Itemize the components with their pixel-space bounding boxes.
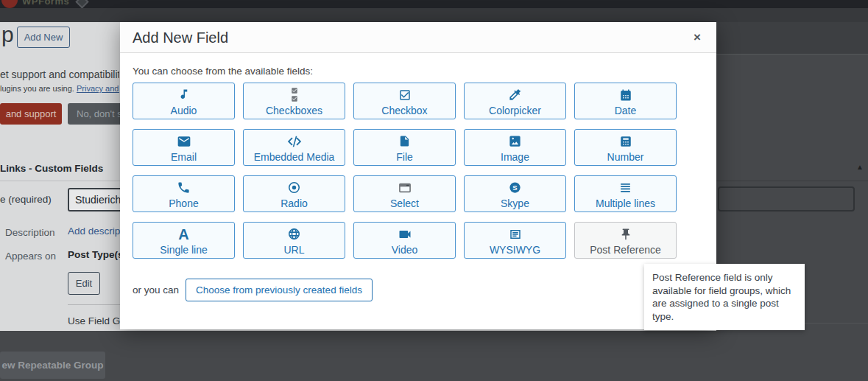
wysiwyg-icon: [509, 226, 522, 243]
wpforms-menu-item[interactable]: WPForms: [22, 0, 69, 7]
field-button-label: Number: [607, 151, 644, 163]
field-button-number[interactable]: Number: [574, 129, 677, 166]
field-button-label: Email: [171, 151, 197, 163]
modal-header: Add New Field ×: [120, 22, 716, 53]
field-button-checkboxes[interactable]: Checkboxes: [243, 83, 345, 119]
close-icon[interactable]: ×: [688, 29, 706, 46]
collapse-panel-icon[interactable]: ▲: [856, 163, 864, 171]
field-button-date[interactable]: Date: [574, 83, 677, 119]
field-button-label: Select: [390, 198, 419, 209]
or-you-can-text: or you can: [133, 284, 179, 296]
field-button-radio[interactable]: Radio: [243, 175, 345, 212]
field-button-multiple-lines[interactable]: Multiple lines: [574, 175, 677, 212]
field-button-phone[interactable]: Phone: [133, 175, 235, 212]
field-type-grid: Audio Checkboxes Checkbox Colorpi: [133, 83, 677, 259]
field-button-label: Audio: [171, 105, 197, 116]
field-button-embedded-media[interactable]: Embedded Media: [243, 129, 345, 166]
modal-title: Add New Field: [133, 29, 228, 46]
custom-fields-panel-title: Links - Custom Fields: [0, 163, 103, 174]
new-repeatable-group-button[interactable]: ew Repeatable Group: [0, 352, 105, 379]
radio-button-icon: [287, 179, 301, 197]
select-dropdown-icon: [398, 179, 412, 197]
field-button-colorpicker[interactable]: Colorpicker: [464, 83, 566, 119]
privacy-link[interactable]: Privacy and data: [77, 84, 119, 93]
field-button-single-line[interactable]: A Single line: [133, 222, 235, 259]
image-icon: [508, 133, 522, 150]
field-button-skype[interactable]: S Skype: [464, 175, 566, 212]
globe-icon: [287, 226, 301, 243]
field-button-label: Radio: [280, 198, 308, 209]
field-button-label: Post Reference: [590, 244, 661, 256]
field-button-video[interactable]: Video: [353, 222, 456, 259]
post-reference-tooltip: Post Reference field is only available f…: [644, 264, 805, 330]
field-button-label: Embedded Media: [254, 151, 335, 163]
notice-text-line1: et support and compatibility a: [0, 69, 119, 80]
notice-text-line2: lugins you are using. Privacy and data: [0, 84, 119, 93]
video-camera-icon: [398, 226, 412, 243]
modal-intro-text: You can choose from the available fields…: [133, 66, 313, 77]
field-button-label: Single line: [160, 244, 208, 256]
field-button-label: URL: [283, 244, 304, 256]
title-input-ghost: [718, 186, 855, 212]
description-label: Description: [5, 227, 55, 238]
letter-a-icon: A: [178, 226, 188, 243]
add-new-button[interactable]: Add New: [17, 27, 70, 48]
field-button-audio[interactable]: Audio: [133, 83, 235, 119]
field-button-label: Multiple lines: [596, 198, 655, 209]
music-note-icon: [177, 86, 191, 104]
checkboxes-icon: [291, 86, 298, 104]
field-button-url[interactable]: URL: [243, 222, 345, 259]
admin-bar-lower-strip: [0, 8, 868, 22]
field-button-wysiwyg[interactable]: WYSIWYG: [464, 222, 566, 259]
pushpin-icon: [619, 226, 632, 243]
calculator-icon: [619, 133, 632, 150]
notification-badge-icon: [1, 0, 18, 8]
field-button-label: Checkbox: [381, 105, 427, 116]
svg-text:S: S: [512, 183, 517, 192]
choose-existing-fields-button[interactable]: Choose from previously created fields: [186, 279, 373, 301]
appears-on-label: Appears on: [5, 251, 56, 262]
phone-handset-icon: [177, 179, 191, 197]
overlay-top-band: [716, 22, 868, 55]
eyedropper-icon: [508, 86, 522, 104]
calendar-icon: [619, 86, 632, 104]
code-icon: [286, 133, 303, 150]
field-button-label: Skype: [501, 198, 529, 209]
screen: WPForms p Add New et support and compati…: [0, 0, 868, 381]
file-icon: [398, 133, 411, 150]
field-button-image[interactable]: Image: [464, 129, 566, 166]
overlay-bottom: ew Repeatable Group: [0, 331, 868, 381]
wpforms-logo-icon: [75, 0, 88, 8]
modal-footer: or you can Choose from previously create…: [133, 279, 373, 301]
field-button-label: Colorpicker: [489, 105, 541, 116]
use-field-group-label: Use Field Gr: [68, 315, 124, 326]
notice-text-line2-prefix: lugins you are using.: [0, 84, 77, 93]
envelope-icon: [177, 133, 191, 150]
field-button-select[interactable]: Select: [353, 175, 456, 212]
post-types-label: Post Type(s): [68, 249, 127, 260]
edit-button[interactable]: Edit: [68, 272, 100, 295]
panel-divider-ghost: [716, 181, 868, 181]
add-description-link[interactable]: Add descript: [68, 226, 123, 237]
field-button-file[interactable]: File: [353, 129, 456, 166]
checkbox-icon: [398, 86, 412, 104]
admin-bar: WPForms: [0, 0, 868, 8]
field-button-label: Video: [392, 244, 418, 256]
field-button-label: Checkboxes: [266, 105, 322, 116]
add-new-field-modal: Add New Field × You can choose from the …: [120, 22, 716, 329]
notice-accept-button[interactable]: and support: [0, 103, 62, 125]
field-button-label: Phone: [169, 198, 198, 209]
page-title-fragment: p: [1, 22, 14, 47]
field-button-post-reference: Post Reference: [574, 222, 677, 259]
field-button-label: Image: [501, 151, 529, 163]
field-button-checkbox[interactable]: Checkbox: [353, 83, 456, 119]
skype-icon: S: [508, 179, 522, 197]
lines-icon: [618, 179, 632, 197]
field-button-email[interactable]: Email: [133, 129, 235, 166]
field-button-label: File: [396, 151, 413, 163]
field-button-label: Date: [615, 105, 637, 116]
field-button-label: WYSIWYG: [490, 244, 540, 256]
title-required-label: e (required): [0, 194, 52, 205]
